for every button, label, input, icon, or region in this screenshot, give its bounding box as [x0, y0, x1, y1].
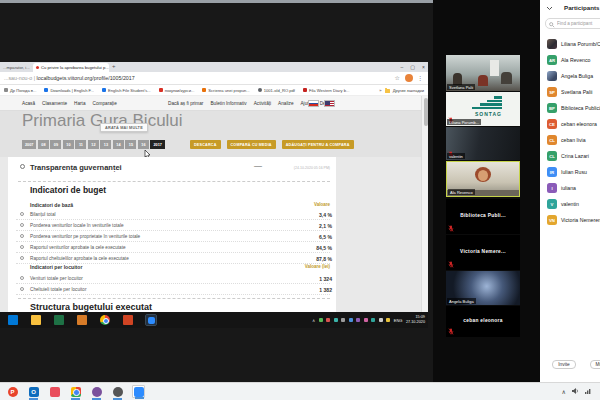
participant-row[interactable]: SPSvetlana Palii	[540, 84, 600, 100]
year-button[interactable]: 09	[50, 140, 61, 149]
year-button-selected[interactable]: 2017	[150, 140, 164, 149]
bookmark-item[interactable]: Fila Western Diary b...	[303, 88, 349, 93]
powerpoint-icon[interactable]	[123, 315, 133, 325]
nav-item-acasa[interactable]: Acasă	[22, 101, 35, 106]
tray-icon[interactable]	[371, 318, 375, 322]
nav-item-harta[interactable]: Harta	[74, 101, 85, 106]
year-button[interactable]: 14	[113, 140, 124, 149]
tray-icon[interactable]	[334, 318, 338, 322]
tray-icon[interactable]	[341, 318, 345, 322]
photos-icon[interactable]	[48, 385, 61, 398]
edge-icon[interactable]	[8, 315, 18, 325]
tray-icon[interactable]	[319, 318, 323, 322]
nav-item-analize[interactable]: Analize	[278, 101, 293, 106]
collapse-icon[interactable]: —	[254, 161, 262, 170]
bookmark-item[interactable]: Scrierea unei propun...	[202, 88, 249, 93]
participant-row[interactable]: Liliana Porumb/Ce...	[540, 36, 600, 52]
video-tile-valentin[interactable]: valentin	[446, 127, 520, 160]
compare-average-button[interactable]: COMPARĂ CU MEDIA	[227, 140, 276, 149]
video-tile-svetlana[interactable]: Svetlana Palii	[446, 55, 520, 91]
video-tile-ceban[interactable]: ceban eleonora	[446, 306, 520, 337]
table-row[interactable]: Ponderea veniturilor locale în venituril…	[16, 220, 330, 231]
participant-row[interactable]: BPBiblioteca Publică G...	[540, 100, 600, 116]
zoom-icon[interactable]	[132, 385, 145, 398]
bookmark-item[interactable]: 1001-old_RO.pdf	[258, 88, 295, 93]
outlook-icon[interactable]	[77, 315, 87, 325]
browser-icon[interactable]	[111, 385, 124, 398]
powerpoint-icon[interactable]: P	[6, 385, 19, 398]
invite-button[interactable]: Invite	[552, 360, 576, 369]
other-bookmarks[interactable]: » Другие закладки	[379, 85, 424, 96]
table-row[interactable]: Bilanțul total 3,4 %	[16, 209, 330, 220]
participant-row[interactable]: VNVictoria Nemerenco	[540, 212, 600, 228]
network-icon[interactable]	[584, 387, 592, 395]
minimize-button[interactable]: –	[401, 64, 404, 70]
browser-tab-active[interactable]: Cu privire la aprobarea bugetului p... ×	[33, 63, 109, 72]
participant-row[interactable]: Angela Buliga	[540, 68, 600, 84]
tray-icon[interactable]	[364, 318, 368, 322]
participant-row[interactable]: ARAla Revenco	[540, 52, 600, 68]
nav-item-clasamente[interactable]: Clasamente	[42, 101, 67, 106]
year-button[interactable]: 2007	[22, 140, 36, 149]
tray-icon[interactable]	[349, 318, 353, 322]
nav-item-daca-as-fi-primar[interactable]: Dacă aș fi primar	[168, 101, 203, 106]
tray-icon[interactable]	[326, 318, 330, 322]
bookmark-item[interactable]: Др Погода в...	[4, 88, 36, 93]
chevron-down-icon[interactable]	[546, 6, 553, 11]
bookmark-item[interactable]: Downloads | English F...	[44, 88, 94, 93]
participant-row[interactable]: CEceban eleonora	[540, 116, 600, 132]
language-indicator[interactable]: ENG	[394, 318, 403, 323]
browser-tab-inactive[interactable]: ...mparator, i... ×	[0, 63, 32, 72]
bookmark-item[interactable]: English File Student's...	[102, 88, 151, 93]
overflow-chevron-icon[interactable]: »	[379, 88, 381, 93]
add-to-compare-button[interactable]: ADĂUGAȚI PENTRU A COMPARA	[282, 140, 354, 149]
participant-row[interactable]: IRIulian Rusu	[540, 164, 600, 180]
participant-row[interactable]: CLCrina Lazari	[540, 148, 600, 164]
video-tile-ala-active-speaker[interactable]: Ala Revenco	[446, 161, 520, 197]
tray-icon[interactable]	[379, 318, 383, 322]
year-button[interactable]: 13	[100, 140, 111, 149]
page-scrollbar[interactable]	[421, 96, 428, 312]
chrome-icon[interactable]	[69, 385, 82, 398]
nav-item-activitati[interactable]: Activități	[254, 101, 271, 106]
address-bar[interactable]: ...sau-nou-o | localbudgets.viitorul.org…	[0, 72, 428, 85]
nav-item-buletin[interactable]: Buletin Informativ	[210, 101, 246, 106]
year-button[interactable]: 10	[63, 140, 74, 149]
download-button[interactable]: DESCARCA	[190, 140, 221, 149]
maximize-button[interactable]: ▢	[410, 64, 415, 70]
video-tile-liliana[interactable]: SONTAG Liliana Porumb...	[446, 92, 520, 126]
viber-icon[interactable]	[90, 385, 103, 398]
tray-caret-icon[interactable]: ∧	[312, 318, 315, 323]
close-button[interactable]: ×	[422, 64, 425, 70]
russian-flag-icon[interactable]	[308, 100, 319, 107]
table-row[interactable]: Cheltuieli totale per locuitor 1 382	[16, 284, 330, 295]
excel-icon[interactable]	[54, 315, 64, 325]
year-button[interactable]: 11	[75, 140, 86, 149]
participant-search[interactable]	[545, 18, 600, 29]
outlook-icon[interactable]: O	[27, 385, 40, 398]
year-button[interactable]: 15	[125, 140, 136, 149]
search-input[interactable]	[555, 19, 600, 28]
participant-row[interactable]: Iiuliana	[540, 180, 600, 196]
nav-item-comparatie[interactable]: Comparație	[93, 101, 117, 106]
bookmark-star-icon[interactable]: ☆	[395, 74, 400, 81]
browser-profile-avatar[interactable]	[405, 74, 413, 82]
video-tile-angela[interactable]: Angela Buliga	[446, 271, 520, 305]
table-row[interactable]: Venituri totale per locuitor 1 324	[16, 273, 330, 284]
tray-icon[interactable]	[356, 318, 360, 322]
table-row[interactable]: Raportul veniturilor aprobate la cele ex…	[16, 242, 330, 253]
video-tile-victoria[interactable]: Victoria Nemere...	[446, 235, 520, 270]
chrome-icon[interactable]	[100, 315, 110, 325]
speaker-icon[interactable]	[571, 387, 579, 395]
english-flag-icon[interactable]	[324, 100, 335, 107]
zoom-app-icon[interactable]	[146, 315, 156, 325]
table-row[interactable]: Ponderea veniturilor pe proprietate în v…	[16, 231, 330, 242]
table-row[interactable]: Raportul cheltuielilor aprobate la cele …	[16, 253, 330, 264]
scrollbar-thumb[interactable]	[424, 98, 428, 126]
taskbar-clock[interactable]: 15:09 27.10.2020	[406, 315, 425, 324]
mute-all-button[interactable]: Mute All	[590, 360, 600, 369]
video-tile-biblioteca[interactable]: Biblioteca Publi...	[446, 199, 520, 234]
browser-menu-icon[interactable]: ⋮	[417, 74, 423, 81]
bookmark-item[interactable]: покупки/курси...	[159, 88, 195, 93]
new-tab-button[interactable]: +	[112, 63, 116, 69]
